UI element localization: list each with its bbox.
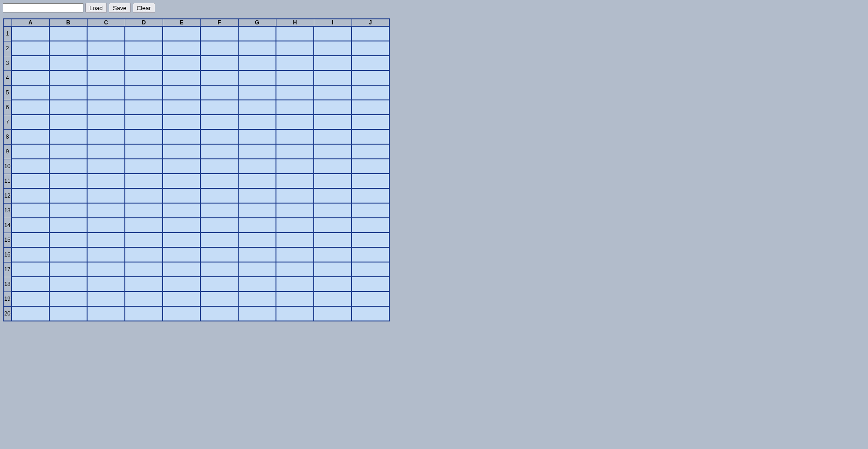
cell-F8[interactable] [200, 129, 238, 144]
cell-G8[interactable] [238, 129, 276, 144]
cell-D17[interactable] [125, 262, 163, 277]
cell-E9[interactable] [163, 144, 200, 159]
cell-F11[interactable] [200, 174, 238, 188]
cell-J15[interactable] [352, 233, 389, 247]
cell-I1[interactable] [314, 26, 352, 41]
cell-B20[interactable] [49, 306, 87, 321]
cell-F15[interactable] [200, 233, 238, 247]
cell-C6[interactable] [87, 100, 125, 115]
cell-E18[interactable] [163, 277, 200, 292]
cell-F3[interactable] [200, 56, 238, 70]
cell-A4[interactable] [12, 70, 49, 85]
cell-H5[interactable] [276, 85, 314, 100]
cell-A7[interactable] [12, 115, 49, 129]
column-header-G[interactable]: G [238, 19, 276, 26]
cell-E19[interactable] [163, 292, 200, 306]
row-header-4[interactable]: 4 [3, 70, 12, 85]
cell-E7[interactable] [163, 115, 200, 129]
cell-B11[interactable] [49, 174, 87, 188]
cell-J12[interactable] [352, 188, 389, 203]
cell-E1[interactable] [163, 26, 200, 41]
cell-G3[interactable] [238, 56, 276, 70]
cell-H16[interactable] [276, 247, 314, 262]
cell-B10[interactable] [49, 159, 87, 174]
cell-G7[interactable] [238, 115, 276, 129]
cell-I7[interactable] [314, 115, 352, 129]
clear-button[interactable]: Clear [133, 3, 155, 13]
cell-D12[interactable] [125, 188, 163, 203]
cell-F4[interactable] [200, 70, 238, 85]
cell-B8[interactable] [49, 129, 87, 144]
cell-H6[interactable] [276, 100, 314, 115]
cell-F2[interactable] [200, 41, 238, 56]
cell-B12[interactable] [49, 188, 87, 203]
cell-I20[interactable] [314, 306, 352, 321]
cell-G17[interactable] [238, 262, 276, 277]
row-header-7[interactable]: 7 [3, 115, 12, 129]
cell-G9[interactable] [238, 144, 276, 159]
cell-C8[interactable] [87, 129, 125, 144]
row-header-14[interactable]: 14 [3, 218, 12, 233]
cell-I10[interactable] [314, 159, 352, 174]
cell-F1[interactable] [200, 26, 238, 41]
cell-G4[interactable] [238, 70, 276, 85]
cell-A8[interactable] [12, 129, 49, 144]
cell-G1[interactable] [238, 26, 276, 41]
cell-D8[interactable] [125, 129, 163, 144]
cell-E10[interactable] [163, 159, 200, 174]
cell-E13[interactable] [163, 203, 200, 218]
cell-C20[interactable] [87, 306, 125, 321]
cell-E3[interactable] [163, 56, 200, 70]
cell-F16[interactable] [200, 247, 238, 262]
cell-I2[interactable] [314, 41, 352, 56]
cell-I13[interactable] [314, 203, 352, 218]
cell-D19[interactable] [125, 292, 163, 306]
cell-B19[interactable] [49, 292, 87, 306]
cell-G6[interactable] [238, 100, 276, 115]
cell-F20[interactable] [200, 306, 238, 321]
cell-J14[interactable] [352, 218, 389, 233]
cell-B6[interactable] [49, 100, 87, 115]
row-header-11[interactable]: 11 [3, 174, 12, 188]
column-header-I[interactable]: I [314, 19, 352, 26]
cell-D2[interactable] [125, 41, 163, 56]
cell-B4[interactable] [49, 70, 87, 85]
cell-F7[interactable] [200, 115, 238, 129]
cell-I9[interactable] [314, 144, 352, 159]
cell-B14[interactable] [49, 218, 87, 233]
cell-C9[interactable] [87, 144, 125, 159]
cell-J18[interactable] [352, 277, 389, 292]
cell-J6[interactable] [352, 100, 389, 115]
cell-D14[interactable] [125, 218, 163, 233]
cell-D13[interactable] [125, 203, 163, 218]
cell-A16[interactable] [12, 247, 49, 262]
cell-C4[interactable] [87, 70, 125, 85]
row-header-12[interactable]: 12 [3, 188, 12, 203]
row-header-6[interactable]: 6 [3, 100, 12, 115]
column-header-A[interactable]: A [12, 19, 49, 26]
cell-H7[interactable] [276, 115, 314, 129]
cell-E6[interactable] [163, 100, 200, 115]
cell-H11[interactable] [276, 174, 314, 188]
cell-A10[interactable] [12, 159, 49, 174]
cell-G15[interactable] [238, 233, 276, 247]
cell-G14[interactable] [238, 218, 276, 233]
cell-H2[interactable] [276, 41, 314, 56]
cell-C10[interactable] [87, 159, 125, 174]
cell-A15[interactable] [12, 233, 49, 247]
column-header-D[interactable]: D [125, 19, 163, 26]
row-header-5[interactable]: 5 [3, 85, 12, 100]
cell-D15[interactable] [125, 233, 163, 247]
cell-C2[interactable] [87, 41, 125, 56]
row-header-9[interactable]: 9 [3, 144, 12, 159]
cell-D4[interactable] [125, 70, 163, 85]
cell-F5[interactable] [200, 85, 238, 100]
cell-C16[interactable] [87, 247, 125, 262]
cell-C5[interactable] [87, 85, 125, 100]
cell-F19[interactable] [200, 292, 238, 306]
cell-C15[interactable] [87, 233, 125, 247]
cell-G5[interactable] [238, 85, 276, 100]
cell-B17[interactable] [49, 262, 87, 277]
cell-E16[interactable] [163, 247, 200, 262]
cell-F18[interactable] [200, 277, 238, 292]
